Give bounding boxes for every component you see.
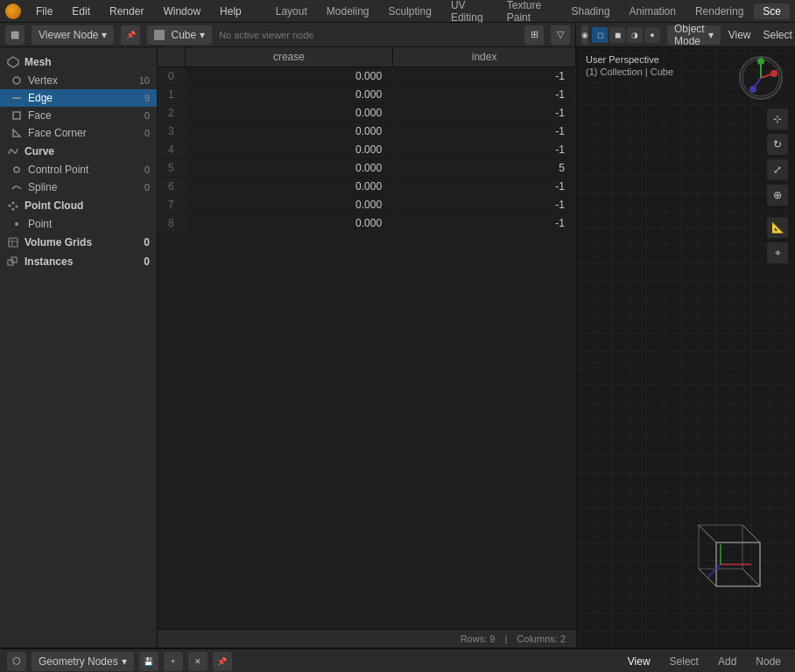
rotate-tool-btn[interactable]: ↻ — [767, 134, 788, 155]
point-cloud-icon — [7, 200, 19, 212]
node-close-icon[interactable]: ✕ — [188, 652, 208, 671]
node-header-view[interactable]: View — [621, 654, 658, 669]
no-viewer-text: No active viewer node — [219, 30, 313, 40]
select-menu[interactable]: Select — [758, 27, 795, 43]
row-idx: 2 — [158, 104, 185, 122]
control-point-icon — [11, 164, 23, 176]
tab-texture-paint[interactable]: Texture Paint — [498, 0, 561, 25]
volume-icon — [7, 236, 19, 248]
cursor-tool-btn[interactable]: ⌖ — [767, 242, 788, 263]
viewport-gizmo[interactable] — [739, 56, 783, 100]
mesh-label: Mesh — [25, 56, 52, 68]
col-header-idx — [158, 47, 185, 67]
tab-rendering[interactable]: Rendering — [686, 4, 752, 19]
menu-render[interactable]: Render — [105, 4, 148, 19]
geo-nodes-arrow: ▾ — [122, 655, 127, 668]
spreadsheet-table-wrap[interactable]: crease index 0 0.000 -1 1 0.000 -1 2 0.0… — [158, 47, 576, 629]
sidebar-item-vertex[interactable]: Vertex 10 — [0, 72, 157, 89]
object-header: ◉ ◻ ◼ ◑ ● Object Mode ▾ View Select — [576, 23, 795, 47]
pin-icon[interactable]: 📌 — [121, 25, 140, 45]
row-idx: 8 — [158, 214, 185, 233]
viewport-tools: ⊹ ↻ ⤢ ⊕ 📐 ⌖ — [767, 108, 788, 263]
sidebar-group-volume[interactable]: Volume Grids 0 — [0, 233, 157, 252]
footer-columns: Columns: 2 — [517, 634, 566, 644]
index-cell: -1 — [393, 67, 576, 86]
node-new-icon[interactable]: + — [164, 652, 183, 671]
vertex-label: Vertex — [28, 74, 134, 87]
mode-arrow: ▾ — [708, 29, 714, 41]
top-menubar: File Edit Render Window Help Layout Mode… — [0, 0, 795, 23]
svg-point-18 — [770, 70, 777, 77]
menu-window[interactable]: Window — [158, 4, 205, 19]
tab-layout[interactable]: Layout — [267, 4, 316, 19]
wire-shading-btn[interactable]: ◻ — [592, 27, 608, 43]
blender-logo — [5, 4, 21, 19]
material-shading-btn[interactable]: ◑ — [627, 27, 643, 43]
svg-point-8 — [16, 206, 18, 208]
sidebar-item-control-point[interactable]: Control Point 0 — [0, 161, 157, 178]
collection-label: (1) Collection | Cube — [586, 66, 673, 77]
point-label: Point — [28, 218, 144, 230]
face-corner-label: Face Corner — [28, 127, 139, 139]
geometry-nodes-dropdown[interactable]: Geometry Nodes ▾ — [32, 652, 134, 671]
viewer-node-label: Viewer Node — [39, 29, 98, 41]
svg-line-26 — [742, 525, 760, 542]
view-menu[interactable]: View — [724, 27, 756, 43]
table-row: 0 0.000 -1 — [158, 67, 576, 86]
tab-animation[interactable]: Animation — [621, 4, 685, 19]
sidebar-group-mesh[interactable]: Mesh — [0, 52, 157, 72]
scale-tool-btn[interactable]: ⤢ — [767, 159, 788, 180]
node-header-node[interactable]: Node — [749, 654, 788, 669]
move-tool-btn[interactable]: ⊹ — [767, 108, 788, 130]
sidebar-item-spline[interactable]: Spline 0 — [0, 178, 157, 196]
col-header-index[interactable]: index — [393, 47, 576, 67]
object-mode-label: Object Mode — [674, 23, 705, 47]
svg-point-6 — [9, 205, 11, 207]
sidebar-item-edge[interactable]: Edge 9 — [0, 89, 157, 107]
object-mode-dropdown[interactable]: Object Mode ▾ — [667, 25, 721, 45]
viewer-node-dropdown[interactable]: Viewer Node ▾ — [32, 25, 114, 45]
menu-help[interactable]: Help — [215, 4, 246, 19]
cube-dropdown[interactable]: Cube ▾ — [147, 25, 212, 45]
node-header-select[interactable]: Select — [663, 654, 706, 669]
sidebar-item-face[interactable]: Face 0 — [0, 107, 157, 124]
transform-tool-btn[interactable]: ⊕ — [767, 185, 788, 206]
tab-uv-editing[interactable]: UV Editing — [442, 0, 496, 25]
menu-file[interactable]: File — [32, 4, 57, 19]
volume-count: 0 — [144, 236, 150, 248]
solid-shading-btn[interactable]: ◼ — [609, 27, 625, 43]
editor-type-icon[interactable]: ▦ — [5, 25, 25, 45]
face-label: Face — [28, 109, 139, 122]
index-cell: -1 — [393, 178, 576, 196]
crease-cell: 0.000 — [185, 141, 392, 159]
sidebar-item-face-corner[interactable]: Face Corner 0 — [0, 124, 157, 142]
col-header-crease[interactable]: crease — [185, 47, 392, 67]
tab-scene[interactable]: Sce — [754, 4, 790, 19]
svg-marker-4 — [13, 130, 20, 136]
node-pin-icon[interactable]: 📌 — [213, 652, 232, 671]
tab-shading[interactable]: Shading — [563, 4, 619, 19]
measure-tool-btn[interactable]: 📐 — [767, 217, 788, 238]
menu-edit[interactable]: Edit — [67, 4, 95, 19]
node-header-add[interactable]: Add — [711, 654, 743, 669]
funnel-icon[interactable]: ▽ — [551, 25, 570, 45]
face-icon — [11, 109, 23, 122]
footer-rows: Rows: 9 — [461, 634, 496, 644]
node-save-icon[interactable]: 💾 — [139, 652, 158, 671]
node-editor-type-icon[interactable]: ⬡ — [7, 652, 26, 671]
face-corner-icon — [11, 127, 23, 139]
spline-icon — [11, 181, 23, 193]
render-shading-btn[interactable]: ● — [644, 27, 660, 43]
viewport-canvas[interactable]: User Perspective (1) Collection | Cube ⊹… — [577, 47, 795, 648]
sidebar-group-point-cloud[interactable]: Point Cloud — [0, 196, 157, 215]
viewport-shading-icon[interactable]: ◉ — [581, 25, 588, 45]
tab-modeling[interactable]: Modeling — [318, 4, 378, 19]
table-row: 3 0.000 -1 — [158, 122, 576, 141]
tab-sculpting[interactable]: Sculpting — [380, 4, 440, 19]
row-idx: 4 — [158, 141, 185, 159]
filter-icon[interactable]: ⊞ — [524, 25, 544, 45]
sidebar-item-point[interactable]: Point — [0, 215, 157, 233]
svg-line-30 — [707, 564, 721, 578]
sidebar-group-curve[interactable]: Curve — [0, 142, 157, 161]
sidebar-group-instances[interactable]: Instances 0 — [0, 252, 157, 271]
